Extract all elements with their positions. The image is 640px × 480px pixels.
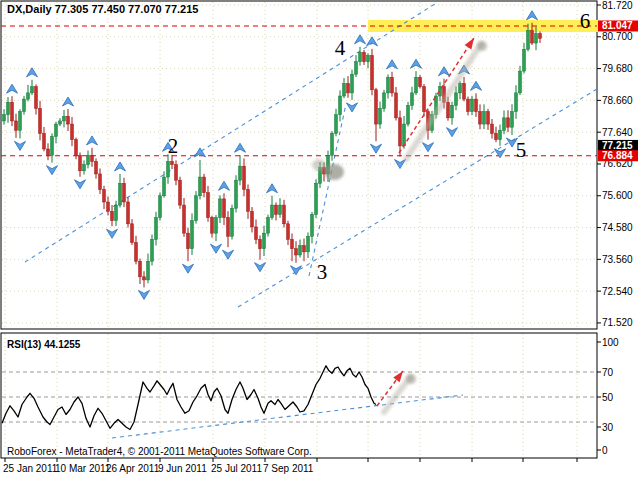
candle-body bbox=[447, 102, 450, 118]
candle-body bbox=[511, 112, 514, 128]
wave-label-3: 3 bbox=[317, 260, 328, 284]
candle-body bbox=[107, 202, 110, 211]
main-price-pane[interactable] bbox=[1, 1, 597, 329]
date-label: 25 Jul 2011 bbox=[211, 463, 262, 474]
candle-body bbox=[3, 115, 6, 121]
candle-body bbox=[379, 108, 382, 124]
candle-body bbox=[223, 199, 226, 218]
candle-body bbox=[15, 121, 18, 130]
candle-body bbox=[419, 77, 422, 86]
date-label: 25 Jan 2011 bbox=[3, 463, 58, 474]
candle-body bbox=[367, 55, 370, 61]
candle-body bbox=[95, 161, 98, 173]
candle-body bbox=[475, 99, 478, 111]
candle-body bbox=[27, 93, 30, 99]
candle-body bbox=[187, 233, 190, 249]
candle-body bbox=[207, 193, 210, 218]
candle-body bbox=[255, 227, 258, 239]
candle-body bbox=[143, 277, 146, 280]
candle-body bbox=[507, 118, 510, 127]
candle-body bbox=[43, 133, 46, 149]
candle-body bbox=[503, 118, 506, 130]
candle-body bbox=[295, 249, 298, 255]
price-tick-label: 75.600 bbox=[602, 190, 633, 201]
candle-body bbox=[299, 246, 302, 255]
candle-body bbox=[83, 165, 86, 171]
candle-body bbox=[387, 77, 390, 93]
price-tick-label: 71.520 bbox=[602, 317, 633, 328]
mt4-chart-window: 23456 81.72080.70079.68078.66077.64076.6… bbox=[0, 0, 640, 480]
candle-body bbox=[411, 93, 414, 105]
candle-body bbox=[283, 205, 286, 224]
rsi-axis[interactable]: 1007050300 bbox=[597, 337, 619, 456]
candle-body bbox=[215, 218, 218, 234]
rsi-tick-label: 0 bbox=[602, 445, 608, 456]
candle-body bbox=[407, 105, 410, 124]
candle-body bbox=[371, 55, 374, 89]
candle-body bbox=[235, 180, 238, 208]
rsi-tick-label: 30 bbox=[602, 422, 614, 433]
candle-body bbox=[343, 84, 346, 96]
candle-body bbox=[247, 190, 250, 212]
candle-body bbox=[471, 99, 474, 111]
price-tick-label: 73.560 bbox=[602, 254, 633, 265]
rsi-tick-label: 100 bbox=[602, 337, 619, 348]
candle-body bbox=[171, 161, 174, 164]
candle-body bbox=[55, 124, 58, 136]
candle-body bbox=[351, 74, 354, 93]
candle-body bbox=[59, 121, 62, 124]
candle-body bbox=[131, 224, 134, 243]
candle-body bbox=[175, 165, 178, 181]
candle-body bbox=[227, 218, 230, 237]
candle-body bbox=[271, 205, 274, 217]
candle-body bbox=[459, 84, 462, 93]
candle-body bbox=[311, 214, 314, 236]
candle-body bbox=[47, 149, 50, 155]
candle-body bbox=[527, 31, 530, 50]
candle-body bbox=[539, 34, 542, 39]
candle-body bbox=[39, 108, 42, 133]
candle-body bbox=[483, 112, 486, 124]
copyright-text: RoboForex - MetaTrader4, © 2001-2011 Met… bbox=[7, 446, 312, 457]
candle-body bbox=[7, 102, 10, 114]
candle-body bbox=[515, 93, 518, 112]
candle-body bbox=[535, 34, 538, 43]
candle-body bbox=[519, 71, 522, 93]
arrow-head-shadow bbox=[406, 374, 416, 384]
candle-body bbox=[99, 174, 102, 190]
candle-body bbox=[11, 102, 14, 121]
rsi-indicator-pane[interactable] bbox=[1, 333, 597, 458]
candle-body bbox=[375, 90, 378, 124]
date-axis[interactable]: 25 Jan 201110 Mar 201126 Apr 20119 Jun 2… bbox=[3, 458, 577, 474]
candle-body bbox=[347, 84, 350, 93]
candle-body bbox=[495, 133, 498, 139]
date-label: 7 Sep 2011 bbox=[263, 463, 314, 474]
candle-body bbox=[531, 31, 534, 43]
candle-body bbox=[259, 239, 262, 248]
candle-body bbox=[127, 202, 130, 224]
chart-canvas[interactable]: 23456 81.72080.70079.68078.66077.64076.6… bbox=[0, 0, 640, 480]
candle-body bbox=[123, 183, 126, 202]
candle-body bbox=[219, 199, 222, 218]
price-axis[interactable]: 81.72080.70079.68078.66077.64076.62075.6… bbox=[597, 0, 638, 328]
candle-body bbox=[147, 261, 150, 280]
candle-body bbox=[75, 140, 78, 156]
arrow-head-shadow bbox=[477, 41, 487, 51]
date-label: 9 Jun 2011 bbox=[158, 463, 207, 474]
candle-body bbox=[331, 133, 334, 155]
candle-body bbox=[499, 130, 502, 139]
chart-title: DX,Daily 77.305 77.450 77.070 77.215 bbox=[7, 3, 198, 15]
candle-body bbox=[103, 190, 106, 202]
candle-body bbox=[211, 218, 214, 234]
rsi-indicator-label: RSI(13) 44.1255 bbox=[7, 339, 81, 350]
candle-body bbox=[287, 224, 290, 240]
candle-body bbox=[455, 93, 458, 105]
price-tick-label: 74.580 bbox=[602, 222, 633, 233]
candle-body bbox=[203, 177, 206, 193]
candle-body bbox=[275, 205, 278, 214]
price-tick-label: 77.640 bbox=[602, 127, 633, 138]
candle-body bbox=[179, 180, 182, 205]
candle-body bbox=[399, 118, 402, 146]
candle-body bbox=[155, 218, 158, 240]
wave-label-6: 6 bbox=[580, 9, 591, 33]
